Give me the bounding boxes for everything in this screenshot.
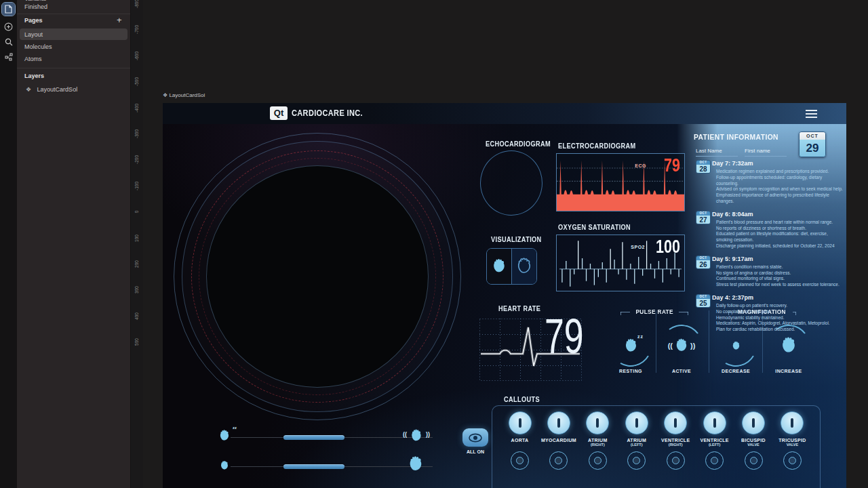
ecg-chart: ECG 79 [556,153,685,211]
callout-item: VENTRICLE(RIGHT) [656,411,695,488]
callout-knob[interactable] [664,411,687,434]
callout-knob[interactable] [742,411,765,434]
add-page-button[interactable]: + [117,15,123,25]
entry-note-line: Follow-up appointments scheduled: cardio… [716,175,845,187]
heart-rate-title: HEART RATE [498,305,540,312]
canvas-component-name: LayoutCardSol [169,92,205,98]
layer-item-label: LayoutCardSol [37,86,78,93]
zoom-slider-handle[interactable] [283,464,344,469]
callout-radio[interactable] [627,451,646,470]
knob-slot [557,418,560,428]
assets-icon[interactable] [2,50,15,63]
entry-note-line: Hemodynamic stability maintained. [716,315,845,321]
sidebar-item-molecules[interactable]: Molecules [24,43,125,50]
callout-knob[interactable] [781,411,804,434]
component-diamond-icon: ❖ [163,92,167,98]
callout-sub: VALVE [787,443,799,447]
callout-radio[interactable] [705,451,724,470]
heart-rate-value: 79 [545,306,584,366]
cardiocare-dashboard: Qt CARDIOCARE INC. ECHOCARDIOGRAM ELECTR… [163,103,846,488]
resting-label: RESTING [604,369,658,373]
knob-slot [791,418,793,428]
active-label: ACTIVE [654,369,709,373]
patient-entry: OCT27Day 6: 8:04amPatient's blood pressu… [694,211,844,249]
radio-inner [789,457,796,464]
visualization-toggle[interactable] [486,248,537,285]
viz-option-outline-heart[interactable] [511,249,536,284]
small-heart-icon [730,340,742,352]
callout-item: MYOCARDIUM [539,411,578,488]
knob-slot [635,418,638,428]
radio-inner [555,457,562,464]
divider [656,310,656,373]
pulse-slider-handle[interactable] [283,435,344,440]
callout-knob[interactable] [547,411,570,434]
ruler-tick: -800 [134,0,139,12]
callout-sub: VALVE [747,443,760,447]
entry-note-line: Daily follow-up on patient's recovery. [716,303,845,309]
callout-name: MYOCARDIUM [541,438,576,443]
first-name-field[interactable]: First name [745,148,787,157]
entry-note-line: Medication regimen explained and prescri… [716,169,845,175]
active-heart-icon: (( )) [408,428,425,447]
entry-notes: Daily follow-up on patient's recovery.No… [716,303,845,333]
callout-knob[interactable] [703,411,726,434]
ruler-tick: 200 [134,256,139,272]
callout-radio[interactable] [667,451,685,470]
ecg-value: 79 [664,155,680,176]
entry-note-line: No signs of angina or cardiac distress. [716,270,845,277]
all-on-button[interactable] [462,428,488,447]
callout-radio[interactable] [745,451,763,470]
knob-slot [752,418,755,428]
entry-heading: Day 4: 2:37pm [712,294,844,301]
last-name-field[interactable]: Last Name [696,148,738,157]
callout-item: BICUSPIDVALVE [734,411,773,488]
patient-information-panel: PATIENT INFORMATION Last Name First name… [694,133,844,141]
resting-button[interactable]: zz [612,327,649,364]
layer-item-layoutcardsol[interactable]: ❖ LayoutCardSol [26,86,125,93]
callout-radio[interactable] [511,451,529,470]
canvas-component-label[interactable]: ❖ LayoutCardSol [163,92,205,98]
callout-knob[interactable] [509,411,532,434]
entry-calendar-icon: OCT26 [696,256,711,269]
ruler-tick: -600 [134,47,139,64]
hamburger-menu-icon[interactable] [806,110,817,118]
callout-knob[interactable] [586,411,609,434]
knob-slot [713,418,716,428]
callout-item: AORTA [500,411,539,488]
sleep-zz-icon: zz [637,334,644,339]
ruler-tick: 100 [134,230,139,246]
all-on-label: ALL ON [456,449,495,454]
callout-radio[interactable] [589,451,607,470]
callout-knob[interactable] [625,411,648,434]
ruler-tick: -300 [134,126,139,142]
sidebar-item-clipped[interactable]: Variants [24,0,125,2]
callout-radio[interactable] [783,451,802,470]
entry-note-line: Educated patient on lifestyle modificati… [716,231,845,243]
sidebar-item-layout[interactable]: Layout [24,31,125,38]
sidebar-item-finished[interactable]: Finished [24,3,125,10]
entry-note-line: Medications: Aspirin, Clopidogrel, Atorv… [716,321,845,327]
callout-name: ATRIUM [627,438,647,443]
ruler-tick: -200 [134,152,139,168]
entry-calendar-icon: OCT25 [696,294,711,308]
radio-inner [633,457,640,464]
ruler-tick: -700 [134,22,139,38]
layers-section-title: Layers [24,73,125,79]
callout-name: VENTRICLE [661,438,690,443]
ruler-tick: -500 [134,74,139,90]
search-icon[interactable] [2,35,15,48]
echocardiogram-scan[interactable] [480,150,542,216]
callout-radio[interactable] [549,451,568,470]
add-circle-icon[interactable] [2,20,15,33]
entry-note-line: Discharge planning initiated, scheduled … [716,243,845,249]
callout-item: VENTRICLE(LEFT) [695,411,734,488]
ring-inner [206,165,429,388]
callout-name: VENTRICLE [700,438,728,443]
file-icon[interactable] [2,3,15,16]
date-calendar[interactable]: OCT 29 [799,131,826,157]
callout-item: ATRIUM(LEFT) [617,411,656,488]
viz-option-solid-heart[interactable] [487,249,511,284]
radio-inner [711,457,718,464]
sidebar-item-atoms[interactable]: Atoms [24,56,125,62]
